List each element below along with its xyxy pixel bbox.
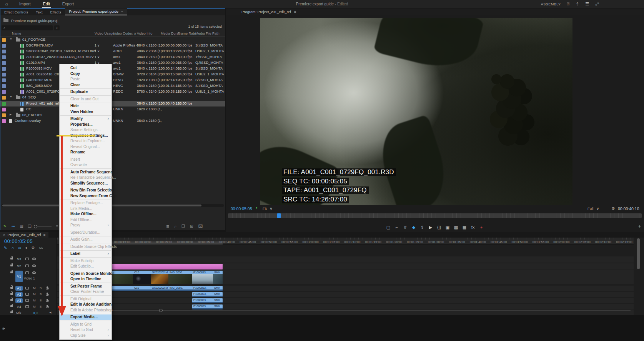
timeline-clip[interactable]: P1000893. [192,298,213,303]
project-row[interactable]: ▼04_SEQ [0,95,225,101]
timeline-clip[interactable]: SM0 [213,292,223,297]
menu-item-duplicate[interactable]: Duplicate [60,89,111,95]
project-row[interactable]: C1010.MP41 ∨avc13840 x 2160 (1,00:00:09:… [0,60,225,66]
twirl-icon[interactable]: ▶ [10,113,12,116]
menu-item-clear[interactable]: Clear [60,82,111,88]
zoom-slider[interactable] [34,226,52,226]
timeline-clip[interactable]: C10 [133,271,151,284]
twirl-icon[interactable]: ▼ [10,38,12,40]
breadcrumb[interactable]: Premiere export guide.prproj [0,17,225,24]
item-name[interactable]: P1000893.MOV [26,67,52,70]
timeline-clip[interactable]: IMG_3050. [168,286,192,291]
multicam-icon[interactable]: ▦ [462,225,467,230]
lock-icon[interactable] [10,305,13,307]
project-row[interactable]: Conform overlayUNKN3840 x 2160 (1, [0,118,225,124]
timeline-clip[interactable]: SM0 [213,271,223,284]
item-name[interactable]: 01_FOOTAGE [22,38,45,42]
track-header-v1[interactable]: V1Video 1 [0,270,57,284]
lock-icon[interactable] [10,311,13,313]
menu-item-link-media[interactable]: Link Media... [60,206,111,212]
item-name[interactable]: A001_C001_0729FQ_0 [26,90,64,93]
item-name[interactable]: SM0001C042_231013_160353_a12SO.mxf [26,49,96,53]
settings-wrench-icon[interactable]: ⚙ [32,246,35,250]
menu-item-overwrite[interactable]: Overwrite [60,162,111,168]
label-color-swatch[interactable] [2,108,6,111]
timeline-clip[interactable]: P1000893. [192,304,213,309]
item-name[interactable]: GX020202.MP4 [26,78,52,82]
track-target-a1[interactable]: A1 [15,286,23,291]
label-color-swatch[interactable] [2,55,6,59]
solo-button[interactable]: S [40,305,42,308]
timeline-vscrollbar[interactable] [637,238,640,269]
panel-menu-icon[interactable]: ≡ [121,9,123,13]
snap-grid-icon[interactable]: # [403,225,408,230]
track-header-a4[interactable]: A4MS [0,304,57,309]
compare-view-icon[interactable]: ▩ [454,225,459,230]
item-name[interactable]: DSCF8479.MOV [26,43,53,47]
timeline-clip[interactable]: SM0 [213,298,223,303]
label-color-swatch[interactable] [2,102,6,106]
lock-icon[interactable] [10,299,13,301]
project-row[interactable]: IMG_3050.MOV1 ∨HEVC3840 x 2160 (1,00:01:… [0,83,225,89]
panel-options-icon[interactable]: ≡ [56,224,58,228]
menu-item-cut[interactable]: Cut [60,65,111,71]
zoom-level-select[interactable]: Fit∨ [263,206,273,211]
track-target-v2[interactable]: V2 [15,264,23,268]
voiceover-mic-icon[interactable] [47,293,48,295]
menu-item-disable-source-clip-effects[interactable]: Disable Source Clip Effects [60,244,111,250]
sync-lock-icon[interactable] [25,258,29,260]
menu-item-clear-in-and-out[interactable]: Clear In and Out [60,96,111,102]
mark-in-icon[interactable]: ⌐ [394,225,399,230]
timeline-clip[interactable]: SM0 [213,286,223,291]
track-visibility-icon[interactable] [32,258,36,260]
usage-value[interactable]: 1 ∨ [95,49,100,53]
panel-menu-icon[interactable]: ≡ [294,10,296,14]
track-target-v1[interactable]: V1 [15,271,23,282]
insert-pencil-icon[interactable]: ✎ [4,246,7,250]
voiceover-mic-icon[interactable] [47,305,48,307]
label-color-swatch[interactable] [2,119,6,123]
menu-item-modify[interactable]: Modify› [60,116,111,122]
record-icon[interactable]: ● [479,225,484,230]
track-visibility-icon[interactable] [32,264,36,267]
timeline-clip[interactable]: C10 [133,286,151,291]
menu-item-reveal-in-explorer[interactable]: Reveal in Explorer... [60,138,111,144]
menu-item-re-transcribe-sequence[interactable]: Re-Transcribe Sequence... [60,175,111,181]
timeline-hscrollbar[interactable] [58,310,631,311]
menu-item-proxy[interactable]: Proxy› [60,223,111,228]
export-frame-icon[interactable]: ⇪ [420,225,425,230]
menu-item-new-sequence-from-clip[interactable]: New Sequence From Clip [60,193,111,199]
settings-wrench-icon[interactable]: ⚙ [611,206,615,211]
timeline-clip[interactable]: P1000893. [192,271,213,284]
menu-item-edit-subclip[interactable]: Edit Subclip... [60,264,111,269]
menu-item-rename[interactable]: Rename [60,150,111,155]
timeline-zoom-knob[interactable] [159,309,163,312]
label-color-swatch[interactable] [2,44,6,48]
item-name[interactable]: Project_v01_edit_ref [26,101,59,105]
linked-selection-icon[interactable]: ∞ [18,246,21,250]
find-icon[interactable]: ⌕ [175,224,177,229]
project-row[interactable]: Project_v01_edit_ref3840 x 2160 (1,00:00… [0,101,225,106]
automate-to-sequence-icon[interactable]: ≣ [166,224,169,229]
sync-lock-icon[interactable] [25,271,29,274]
search-filter-icon[interactable]: ⌕ [54,25,60,30]
menu-item-clip-size[interactable]: Clip Size› [60,333,111,339]
item-name[interactable]: CC [26,107,31,111]
audio-output-icon[interactable]: 🕪 [2,326,5,331]
track-header-a1[interactable]: A1MS [0,286,57,291]
panel-tab[interactable]: Effects [47,9,65,15]
column-header[interactable]: Frame Rate [178,32,196,35]
nav-tab-export[interactable]: Export [56,0,80,8]
track-target-v3[interactable]: V3 [15,257,23,261]
go-to-start-icon[interactable]: ◀ [49,311,51,314]
panel-tab[interactable]: Text [32,9,46,15]
edit-pencil-icon[interactable]: ✎ [3,224,7,228]
menu-item-align-to-grid[interactable]: Align to Grid [60,322,111,328]
project-row[interactable]: GX020202.MP41 ∨HEVC1920 x 1080 (1,00:02:… [0,78,225,83]
item-name[interactable]: Conform overlay [15,119,41,123]
new-bin-icon[interactable]: ❐ [181,224,185,229]
icon-view-icon[interactable]: ▦ [20,224,23,228]
label-color-swatch[interactable] [2,67,6,71]
usage-value[interactable]: 1 ∨ [95,43,100,47]
play-icon[interactable]: ▶ [428,225,433,230]
